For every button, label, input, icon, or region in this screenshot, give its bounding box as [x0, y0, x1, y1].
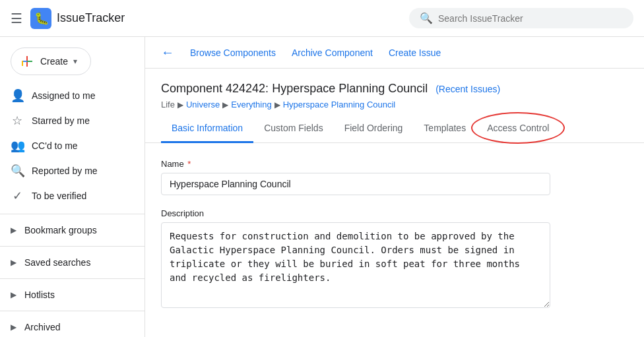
check-icon: ✓ [11, 189, 24, 203]
expand-arrow-archived: ▶ [11, 322, 16, 332]
sidebar-label-hotlists: Hotlists [24, 290, 55, 300]
breadcrumb-arrow-2: ▶ [222, 100, 228, 109]
tab-templates[interactable]: Templates [413, 115, 476, 143]
create-button-label: Create [40, 56, 68, 67]
create-button[interactable]: Create ▾ [11, 47, 91, 75]
svg-rect-5 [22, 61, 23, 66]
main-layout: Create ▾ 👤 Assigned to me ☆ Starred by m… [0, 37, 644, 337]
content-navbar: ← Browse Components Archive Component Cr… [145, 37, 644, 69]
name-field-group: Name * [161, 159, 628, 195]
topbar-logo: 🐛 IssueTracker [30, 8, 125, 29]
sidebar-label-reported-by-me: Reported by me [32, 166, 98, 176]
sidebar-item-starred-by-me[interactable]: ☆ Starred by me [0, 108, 145, 133]
name-input[interactable] [161, 173, 550, 195]
logo-text: IssueTracker [57, 11, 125, 25]
name-required-star: * [187, 159, 191, 169]
sidebar-label-ccd-to-me: CC'd to me [32, 140, 78, 151]
svg-text:🐛: 🐛 [34, 11, 49, 26]
description-field-group: Description Requests for construction an… [161, 208, 628, 310]
tab-access-control[interactable]: Access Control [476, 115, 560, 143]
sidebar-divider-2 [0, 246, 145, 247]
sidebar: Create ▾ 👤 Assigned to me ☆ Starred by m… [0, 37, 145, 337]
tab-access-control-label: Access Control [487, 123, 549, 133]
sidebar-divider-1 [0, 214, 145, 214]
breadcrumb-everything[interactable]: Everything [231, 100, 271, 109]
create-btn-dropdown-icon: ▾ [73, 57, 77, 66]
breadcrumb-arrow-1: ▶ [177, 100, 183, 109]
search-icon: 🔍 [420, 12, 433, 24]
description-label: Description [161, 208, 628, 218]
create-issue-link[interactable]: Create Issue [389, 47, 441, 58]
menu-icon[interactable]: ☰ [11, 11, 22, 26]
breadcrumb-hpc[interactable]: Hyperspace Planning Council [283, 100, 396, 109]
logo-icon: 🐛 [30, 8, 51, 29]
tab-custom-fields[interactable]: Custom Fields [253, 115, 333, 143]
sidebar-divider-3 [0, 278, 145, 279]
breadcrumb: Life ▶ Universe ▶ Everything ▶ Hyperspac… [161, 100, 628, 109]
component-title: Component 424242: Hyperspace Planning Co… [161, 82, 428, 95]
person-icon: 👤 [11, 88, 24, 103]
sidebar-label-assigned-to-me: Assigned to me [32, 90, 96, 101]
component-header: Component 424242: Hyperspace Planning Co… [145, 69, 644, 115]
breadcrumb-arrow-3: ▶ [274, 100, 280, 109]
sidebar-item-to-be-verified[interactable]: ✓ To be verified [0, 183, 145, 208]
expand-arrow-saved: ▶ [11, 258, 16, 267]
sidebar-label-to-be-verified: To be verified [32, 191, 86, 201]
sidebar-item-ccd-to-me[interactable]: 👥 CC'd to me [0, 133, 145, 158]
sidebar-item-saved-searches[interactable]: ▶ Saved searches [0, 252, 145, 273]
sidebar-item-assigned-to-me[interactable]: 👤 Assigned to me [0, 83, 145, 108]
sidebar-item-archived[interactable]: ▶ Archived [0, 317, 145, 337]
tab-field-ordering[interactable]: Field Ordering [334, 115, 414, 143]
topbar: ☰ 🐛 IssueTracker 🔍 [0, 0, 644, 37]
sidebar-item-reported-by-me[interactable]: 🔍 Reported by me [0, 158, 145, 183]
archive-component-link[interactable]: Archive Component [292, 47, 373, 58]
search-input[interactable] [438, 13, 623, 24]
plus-icon [19, 53, 35, 69]
component-title-row: Component 424242: Hyperspace Planning Co… [161, 82, 628, 96]
sidebar-label-bookmark-groups: Bookmark groups [24, 225, 97, 235]
name-label: Name * [161, 159, 628, 169]
sidebar-label-archived: Archived [24, 322, 60, 332]
sidebar-item-bookmark-groups[interactable]: ▶ Bookmark groups [0, 220, 145, 241]
sidebar-item-hotlists[interactable]: ▶ Hotlists [0, 284, 145, 305]
content-area: ← Browse Components Archive Component Cr… [145, 37, 644, 337]
tabs-bar: Basic Information Custom Fields Field Or… [145, 115, 644, 143]
create-btn-row: Create ▾ [0, 42, 145, 83]
back-button[interactable]: ← [161, 45, 174, 60]
sidebar-label-starred-by-me: Starred by me [32, 115, 90, 126]
expand-arrow-bookmark: ▶ [11, 226, 16, 235]
tab-basic-information[interactable]: Basic Information [161, 115, 253, 143]
breadcrumb-universe[interactable]: Universe [186, 100, 220, 109]
recent-issues-link[interactable]: (Recent Issues) [435, 84, 500, 94]
breadcrumb-life: Life [161, 100, 175, 109]
browse-components-link[interactable]: Browse Components [190, 47, 276, 58]
sidebar-divider-4 [0, 311, 145, 311]
search-bar[interactable]: 🔍 [409, 8, 633, 28]
people-icon: 👥 [11, 138, 24, 153]
form-area: Name * Description Requests for construc… [145, 143, 644, 337]
expand-arrow-hotlists: ▶ [11, 290, 16, 299]
sidebar-label-saved-searches: Saved searches [24, 257, 90, 268]
star-icon: ☆ [11, 113, 24, 128]
description-textarea[interactable]: Requests for construction and demolition… [161, 222, 550, 308]
reported-icon: 🔍 [11, 164, 24, 178]
